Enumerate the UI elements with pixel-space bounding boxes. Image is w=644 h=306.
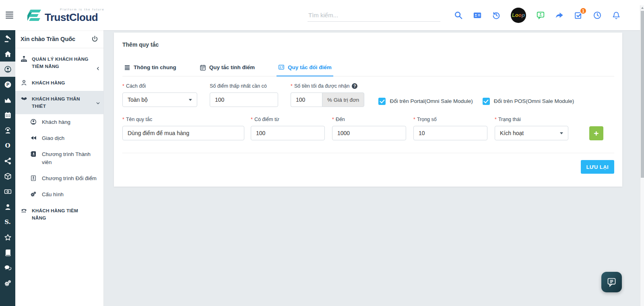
sidebar-subitem-chuong-trinh-doi-diem[interactable]: Chương trình Đổi điểm	[15, 170, 103, 187]
rail-item-favorites[interactable]	[0, 230, 15, 245]
sidebar-subitem-label: Chương trình Thành viên	[42, 150, 99, 166]
min-points-input[interactable]	[210, 92, 278, 107]
phone-office-icon	[21, 207, 27, 214]
field-points-to: *Đến	[332, 117, 406, 140]
sidebar-subitem-label: Giao dịch	[42, 134, 64, 142]
add-rule-card: Thêm quy tắc Thông tin chung Quy tắc tín…	[114, 33, 622, 187]
exchange-method-select[interactable]: Toàn bộ	[122, 92, 197, 107]
sidebar-item-khach-hang-tiem-nang[interactable]: KHÁCH HÀNG TIỀM NĂNG	[15, 203, 103, 226]
tab-quy-tac-doi-diem[interactable]: Quy tắc đổi điểm	[277, 64, 333, 76]
max-amount-input[interactable]	[291, 92, 322, 107]
floating-chat-button[interactable]	[601, 272, 622, 292]
letter-o-app-icon: O	[5, 142, 10, 149]
history-icon[interactable]	[492, 11, 501, 20]
greeting-text: Xin chào Trần Quốc	[21, 36, 75, 42]
rail-item-payments[interactable]	[0, 184, 15, 199]
weight-input[interactable]	[413, 126, 487, 140]
list-icon	[124, 64, 130, 71]
calendar-icon	[4, 111, 12, 119]
points-to-input[interactable]	[332, 126, 406, 140]
id-badge-icon	[30, 175, 37, 181]
pos-checkbox-row[interactable]: Đổi trên POS(Omni Sale Module)	[483, 95, 574, 107]
add-rule-button[interactable]: +	[589, 126, 603, 140]
tab-thong-tin-chung[interactable]: Thông tin chung	[122, 64, 178, 76]
save-button[interactable]: LƯU LẠI	[581, 160, 614, 174]
scrollbar-thumb[interactable]	[641, 11, 644, 178]
required-marker: *	[413, 117, 415, 122]
rail-item-support[interactable]	[0, 123, 15, 138]
portal-checkbox[interactable]	[378, 98, 386, 105]
help-icon[interactable]: ?	[352, 83, 357, 89]
rail-item-s-app[interactable]: S.	[0, 214, 15, 230]
tasks-check-icon[interactable]: 1	[574, 11, 583, 20]
support-agent-icon	[4, 127, 12, 134]
caret-down-icon	[189, 99, 192, 101]
required-marker: *	[122, 83, 124, 89]
address-book-icon	[30, 151, 37, 157]
logout-button[interactable]	[91, 35, 99, 43]
id-card-icon[interactable]	[473, 11, 482, 20]
star-icon	[4, 234, 12, 241]
rail-item-settings[interactable]	[0, 275, 15, 291]
field-label: Có điểm từ	[254, 117, 279, 122]
status-select[interactable]: Kích hoạt	[495, 126, 568, 140]
rail-item-calendar[interactable]	[0, 107, 15, 123]
rail-item-auction[interactable]	[0, 31, 15, 46]
sidebar-item-khach-hang-than-thiet[interactable]: KHÁCH HÀNG THÂN THIẾT	[15, 91, 103, 115]
rule-name-input[interactable]	[122, 126, 244, 140]
rail-item-p-app[interactable]: P	[0, 77, 15, 92]
field-points-from: *Có điểm từ	[251, 117, 325, 140]
rail-item-network[interactable]	[0, 153, 15, 168]
points-from-input[interactable]	[251, 126, 325, 140]
area-chart-icon	[4, 96, 12, 104]
sidebar-subitem-giao-dich[interactable]: Giao dịch	[15, 130, 103, 146]
handshake-icon	[21, 95, 27, 102]
loop-app-avatar[interactable]: Loop	[511, 8, 526, 23]
scrollbar-track[interactable]	[640, 5, 644, 306]
rail-item-customers[interactable]	[0, 62, 15, 77]
sidebar-subitem-cau-hinh[interactable]: Cấu hình	[15, 187, 103, 203]
pos-checkbox[interactable]	[483, 98, 490, 105]
search-input[interactable]	[308, 9, 440, 22]
sidebar-item-label: KHÁCH HÀNG	[32, 79, 65, 86]
user-icon	[4, 203, 12, 211]
rail-item-o-app[interactable]: O	[0, 138, 15, 153]
sidebar-item-quan-ly-khach-hang-tiem-nang[interactable]: QUẢN LÝ KHÁCH HÀNG TIỀM NĂNG	[15, 51, 103, 75]
rail-item-users[interactable]	[0, 199, 15, 214]
trustcloud-logo[interactable]: Platform is the future TrustCloud	[27, 8, 105, 23]
letter-s-app-icon: S.	[4, 218, 11, 226]
trustcloud-logo-mark	[27, 10, 41, 23]
menu-toggle-icon[interactable]	[6, 12, 15, 18]
rail-item-reports[interactable]	[0, 92, 15, 107]
rail-item-products[interactable]	[0, 168, 15, 184]
chat-user-icon[interactable]	[536, 11, 545, 20]
bell-icon[interactable]	[612, 11, 621, 20]
clock-icon[interactable]	[593, 11, 602, 20]
svg-text:P: P	[6, 82, 9, 87]
user-circle-icon	[4, 66, 12, 73]
share-icon[interactable]	[555, 11, 564, 20]
field-min-points: Số điểm thấp nhất cần có	[210, 83, 278, 107]
field-exchange-method: *Cách đổi Toàn bộ	[122, 83, 197, 107]
scrollbar-up-arrow[interactable]	[641, 7, 644, 9]
id-card-icon	[278, 64, 285, 70]
tab-bar: Thông tin chung Quy tắc tính điểm Quy tắ…	[122, 64, 614, 76]
search-icon[interactable]	[454, 11, 463, 20]
checkbox-label: Đổi trên Portal(Omni Sale Module)	[390, 98, 473, 104]
gears-icon	[30, 191, 37, 197]
field-max-amount: *Số tiền tối đa được nhận? % Giá trị đơn	[291, 83, 364, 107]
tab-quy-tac-tinh-diem[interactable]: Quy tắc tính điểm	[198, 64, 256, 76]
sidebar-subitem-chuong-trinh-thanh-vien[interactable]: Chương trình Thành viên	[15, 146, 103, 170]
rail-item-home[interactable]	[0, 46, 15, 62]
rail-item-chat[interactable]	[0, 260, 15, 275]
sidebar-subitem-khach-hang[interactable]: Khách hàng	[15, 114, 103, 130]
sidebar-item-khach-hang[interactable]: KHÁCH HÀNG	[15, 75, 103, 91]
gears-icon	[4, 279, 12, 287]
select-value: Kích hoạt	[500, 130, 524, 136]
field-status: *Trạng thái Kích hoạt	[495, 117, 568, 140]
field-label: Đến	[336, 117, 345, 122]
chevron-left-icon	[95, 66, 101, 71]
required-marker: *	[495, 117, 497, 122]
portal-checkbox-row[interactable]: Đổi trên Portal(Omni Sale Module)	[378, 95, 473, 107]
rail-item-docs[interactable]	[0, 245, 15, 260]
